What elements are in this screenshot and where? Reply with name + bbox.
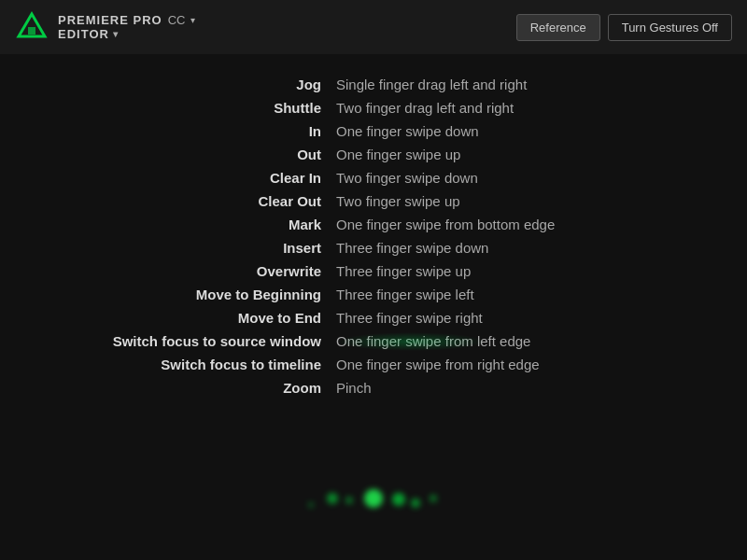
app-title: PREMIERE PRO CC ▾ EDITOR ▾ xyxy=(58,13,195,41)
gesture-description: Three finger swipe right xyxy=(336,310,728,326)
gesture-row: Switch focus to timelineOne finger swipe… xyxy=(19,353,728,376)
header-left: PREMIERE PRO CC ▾ EDITOR ▾ xyxy=(15,10,195,44)
gesture-name: Switch focus to timeline xyxy=(19,357,336,372)
gesture-row: Switch focus to source windowOne finger … xyxy=(19,329,728,353)
header-right: Reference Turn Gestures Off xyxy=(516,14,732,41)
gesture-name: Out xyxy=(19,147,336,162)
gesture-description: One finger swipe down xyxy=(336,123,728,139)
gesture-table: JogSingle finger drag left and rightShut… xyxy=(19,73,728,399)
gesture-name: Switch focus to source window xyxy=(19,333,336,349)
app-name: PREMIERE PRO xyxy=(58,13,162,27)
gesture-name: Shuttle xyxy=(19,100,336,116)
gesture-description: Three finger swipe down xyxy=(336,240,728,256)
cc-chevron-icon: ▾ xyxy=(190,15,195,25)
gesture-name: Jog xyxy=(19,77,336,92)
gesture-row: ZoomPinch xyxy=(19,376,728,399)
gesture-name: Insert xyxy=(19,240,336,256)
gesture-name: Move to Beginning xyxy=(19,287,336,302)
gesture-description: Single finger drag left and right xyxy=(336,77,728,92)
gesture-row: OverwriteThree finger swipe up xyxy=(19,259,728,283)
gesture-name: Mark xyxy=(19,217,336,232)
gesture-description: Three finger swipe up xyxy=(336,263,728,279)
gesture-name: Zoom xyxy=(19,380,336,396)
gesture-row: Move to BeginningThree finger swipe left xyxy=(19,283,728,306)
gesture-description: One finger swipe from bottom edge xyxy=(336,217,728,232)
gesture-description: Two finger drag left and right xyxy=(336,100,728,116)
glow-effect xyxy=(271,485,476,513)
app-sub: EDITOR ▾ xyxy=(58,27,195,41)
gesture-description: One finger swipe from left edge xyxy=(336,333,728,349)
gesture-row: Move to EndThree finger swipe right xyxy=(19,306,728,329)
editor-label: EDITOR xyxy=(58,27,109,41)
gesture-name: Overwrite xyxy=(19,263,336,279)
gesture-name: In xyxy=(19,123,336,139)
gesture-name: Move to End xyxy=(19,310,336,326)
content-area: JogSingle finger drag left and rightShut… xyxy=(0,54,747,418)
gesture-row: MarkOne finger swipe from bottom edge xyxy=(19,213,728,236)
turn-gestures-button[interactable]: Turn Gestures Off xyxy=(608,14,732,41)
gesture-description: Two finger swipe up xyxy=(336,193,728,209)
gesture-row: InOne finger swipe down xyxy=(19,119,728,143)
svg-rect-1 xyxy=(28,27,35,35)
editor-chevron-icon: ▾ xyxy=(113,29,119,39)
gesture-row: Clear OutTwo finger swipe up xyxy=(19,189,728,213)
gesture-description: Three finger swipe left xyxy=(336,287,728,302)
cc-badge: CC xyxy=(168,13,186,27)
gesture-description: Two finger swipe down xyxy=(336,170,728,186)
reference-button[interactable]: Reference xyxy=(516,14,600,41)
gesture-row: InsertThree finger swipe down xyxy=(19,236,728,259)
gesture-row: Clear InTwo finger swipe down xyxy=(19,166,728,189)
gesture-description: Pinch xyxy=(336,380,728,396)
gesture-row: ShuttleTwo finger drag left and right xyxy=(19,96,728,119)
gesture-row: JogSingle finger drag left and right xyxy=(19,73,728,96)
premiere-logo-icon xyxy=(15,10,49,44)
gesture-row: OutOne finger swipe up xyxy=(19,143,728,166)
gesture-name: Clear Out xyxy=(19,193,336,209)
header: PREMIERE PRO CC ▾ EDITOR ▾ Reference Tur… xyxy=(0,0,747,54)
gesture-name: Clear In xyxy=(19,170,336,186)
gesture-description: One finger swipe up xyxy=(336,147,728,162)
gesture-description: One finger swipe from right edge xyxy=(336,357,728,372)
